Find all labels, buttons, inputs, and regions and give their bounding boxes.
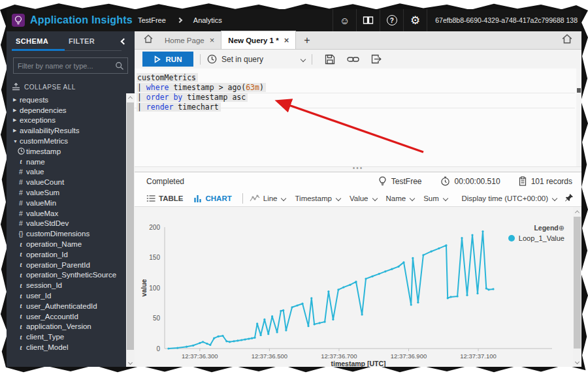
editor-scrollbar[interactable] xyxy=(576,69,581,166)
share-link-button[interactable] xyxy=(341,55,365,63)
x-axis-dropdown[interactable]: Timestamp xyxy=(295,195,340,202)
main-panel: Home Page × New Query 1 * × + RUN xyxy=(135,31,581,367)
svg-text:timestamp [UTC]: timestamp [UTC] xyxy=(331,360,385,367)
pin-to-dashboard-button[interactable] xyxy=(564,193,574,204)
new-tab-button[interactable]: + xyxy=(296,35,318,49)
query-code[interactable]: customMetrics| where timestamp > ago(63m… xyxy=(135,69,581,112)
feedback-smiley-icon[interactable]: ☺ xyxy=(333,9,356,31)
tree-item-valueStdDev[interactable]: #valueStdDev xyxy=(7,219,126,229)
chevron-expanded-icon[interactable]: ▼ xyxy=(13,139,20,144)
tree-item-name[interactable]: tname xyxy=(7,157,126,167)
home-tab-icon[interactable] xyxy=(135,34,158,49)
results-scrollbar-thumb[interactable] xyxy=(574,217,581,349)
search-icon[interactable] xyxy=(115,61,124,70)
query-editor[interactable]: customMetrics| where timestamp > ago(63m… xyxy=(135,69,581,166)
string-type-icon: t xyxy=(16,282,26,289)
tree-item-session_Id[interactable]: tsession_Id xyxy=(7,280,126,290)
tree-item-user_AccountId[interactable]: tuser_AccountId xyxy=(7,311,126,322)
tree-item-customDimensions[interactable]: {}customDimensions xyxy=(7,228,126,239)
code-line[interactable]: customMetrics xyxy=(137,73,581,83)
sidebar-scrollbar[interactable] xyxy=(126,93,135,367)
tree-item-client_Type[interactable]: tclient_Type xyxy=(7,332,126,342)
schema-sidebar: SCHEMA FILTER COLLAPSE ALL ▶requests▶dep… xyxy=(7,31,135,367)
tree-item-valueSum[interactable]: #valueSum xyxy=(7,187,126,198)
legend-expand-icon[interactable]: ⊕ xyxy=(559,224,564,232)
collapse-all-icon xyxy=(12,83,20,91)
chart-view-button[interactable]: CHART xyxy=(193,195,231,202)
application-insights-logo-icon[interactable] xyxy=(12,14,25,27)
number-type-icon: # xyxy=(16,210,26,217)
save-button[interactable] xyxy=(319,54,341,65)
svg-text:0: 0 xyxy=(156,345,160,352)
tab-filter[interactable]: FILTER xyxy=(69,31,122,51)
tree-item-label: dependencies xyxy=(20,106,67,114)
code-line[interactable]: | where timestamp > ago(63m) xyxy=(137,83,581,93)
tab-schema[interactable]: SCHEMA xyxy=(16,31,69,51)
run-button[interactable]: RUN xyxy=(142,52,193,67)
tree-item-exceptions[interactable]: ▶exceptions xyxy=(7,116,126,126)
tree-item-availabilityResults[interactable]: ▶availabilityResults xyxy=(7,125,126,136)
results-control-bar: TABLE CHART Line Timestamp Value Name Su… xyxy=(135,190,581,207)
split-by-dropdown[interactable]: Name xyxy=(386,195,415,202)
tree-item-operation_SyntheticSource[interactable]: toperation_SyntheticSource xyxy=(7,270,126,281)
collapse-all-button[interactable]: COLLAPSE ALL xyxy=(7,78,135,93)
tree-item-valueMin[interactable]: #valueMin xyxy=(7,198,126,208)
sidebar-scrollbar-thumb[interactable] xyxy=(127,102,134,350)
tree-item-valueMax[interactable]: #valueMax xyxy=(7,208,126,219)
close-icon[interactable]: × xyxy=(284,35,289,45)
tree-item-timestamp[interactable]: timestamp xyxy=(7,146,126,157)
tree-item-customMetrics[interactable]: ▼customMetrics xyxy=(7,136,126,146)
close-icon[interactable]: × xyxy=(210,35,215,45)
home-icon[interactable] xyxy=(562,34,581,49)
string-type-icon: t xyxy=(16,272,26,279)
tree-item-operation_Name[interactable]: toperation_Name xyxy=(7,239,126,249)
panel-splitter-handle[interactable]: ••• xyxy=(135,166,581,172)
schema-tree: ▶requests▶dependencies▶exceptions▶availa… xyxy=(7,93,126,367)
code-line[interactable]: | render timechart xyxy=(137,102,581,112)
chart-type-dropdown[interactable]: Line xyxy=(250,195,286,202)
y-axis-dropdown[interactable]: Value xyxy=(350,195,377,202)
help-icon[interactable]: ? xyxy=(380,9,403,31)
timechart[interactable]: 05010015020012:37:36.30012:37:36.50012:3… xyxy=(135,207,572,369)
export-button[interactable] xyxy=(365,54,387,64)
tree-item-label: operation_Name xyxy=(26,240,82,248)
schema-filter-input[interactable] xyxy=(14,62,115,70)
datetime-clock-icon xyxy=(16,148,26,155)
chevron-collapsed-icon[interactable]: ▶ xyxy=(13,128,20,133)
tree-item-user_AuthenticatedId[interactable]: tuser_AuthenticatedId xyxy=(7,301,126,311)
tree-item-label: requests xyxy=(20,96,48,104)
aggregation-dropdown[interactable]: Sum xyxy=(423,195,448,202)
chevron-collapsed-icon[interactable]: ▶ xyxy=(13,108,20,113)
tree-item-user_Id[interactable]: tuser_Id xyxy=(7,290,126,301)
tree-item-operation_Id[interactable]: toperation_Id xyxy=(7,249,126,260)
chevron-collapsed-icon[interactable]: ▶ xyxy=(13,97,20,102)
tree-item-operation_ParentId[interactable]: toperation_ParentId xyxy=(7,260,126,270)
display-time-dropdown[interactable]: Display time (UTC+00:00) xyxy=(461,195,557,202)
table-view-button[interactable]: TABLE xyxy=(146,195,183,202)
tree-item-dependencies[interactable]: ▶dependencies xyxy=(7,105,126,116)
settings-gear-icon[interactable]: ⚙ xyxy=(403,9,427,31)
documentation-book-icon[interactable] xyxy=(356,9,380,31)
results-scrollbar[interactable] xyxy=(573,207,581,367)
chevron-collapsed-icon[interactable]: ▶ xyxy=(13,117,20,123)
tab-home-page[interactable]: Home Page × xyxy=(158,31,221,49)
tree-item-application_Version[interactable]: tapplication_Version xyxy=(7,322,126,332)
application-insights-analytics-window: Application Insights TestFree Analytics … xyxy=(7,9,581,367)
tab-new-query-1[interactable]: New Query 1 * × xyxy=(221,31,296,49)
legend-title[interactable]: Legend⊕ xyxy=(534,224,564,232)
time-range-dropdown[interactable]: Set in query xyxy=(207,54,305,64)
tree-item-label: customMetrics xyxy=(20,137,68,145)
tree-item-requests[interactable]: ▶requests xyxy=(7,95,126,105)
code-line[interactable]: | order by timestamp asc xyxy=(137,93,581,102)
tree-item-value[interactable]: #value xyxy=(7,167,126,178)
export-icon xyxy=(371,54,382,64)
tree-item-label: client_Model xyxy=(26,343,69,351)
collapse-sidebar-chevron-icon[interactable] xyxy=(122,37,131,45)
tree-item-client_Model[interactable]: tclient_Model xyxy=(7,342,126,352)
tree-item-label: customDimensions xyxy=(26,230,90,238)
tree-item-valueCount[interactable]: #valueCount xyxy=(7,177,126,187)
breadcrumb-parent[interactable]: TestFree xyxy=(138,16,166,24)
string-type-icon: t xyxy=(16,292,26,300)
legend-item-loop-1-value[interactable]: Loop_1_Value xyxy=(508,234,564,242)
query-toolbar: RUN Set in query xyxy=(135,50,581,69)
